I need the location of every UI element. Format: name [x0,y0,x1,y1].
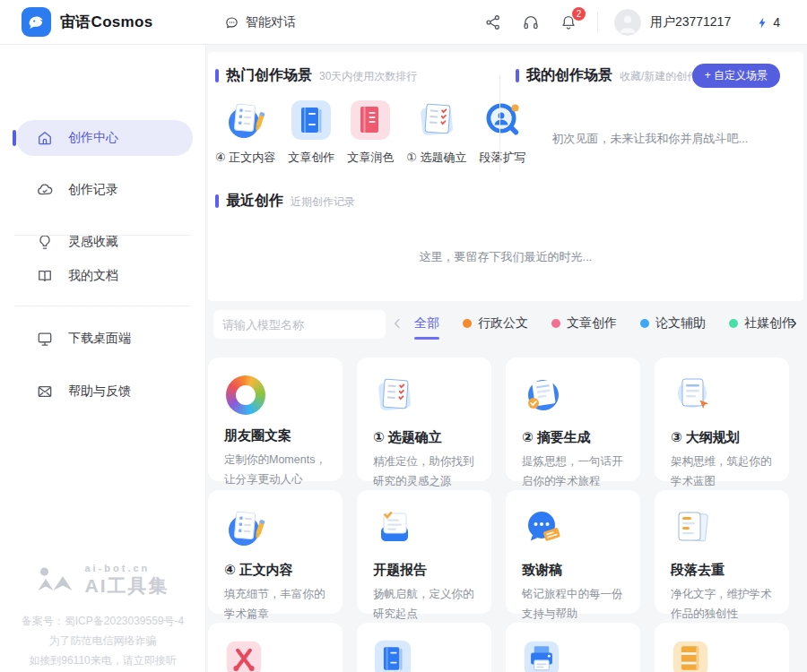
avatar[interactable] [614,9,641,36]
summary-doc-icon [522,374,624,417]
sidebar-item-download-desktop[interactable]: 下载桌面端 [16,321,193,357]
hot-scene-article-polish[interactable]: 文章润色 [347,99,394,166]
sidebar-item-my-documents[interactable]: 我的文档 [16,258,193,294]
card-row [208,623,789,672]
hot-scene-article-writing[interactable]: 文章创作 [288,99,334,166]
model-search [213,310,386,339]
book-orange-icon [671,639,773,672]
bell-icon[interactable]: 2 [560,13,577,31]
card-abstract-generation[interactable]: ② 摘要生成 提炼思想，一句话开启你的学术旅程 [506,358,640,481]
outline-doc-icon [671,374,773,417]
printer-icon [522,639,624,672]
hot-scenes-row: ④ 正文内容 文章创作 文章润色 ① 选题确立 段落扩写 [215,99,526,166]
share-icon[interactable] [484,13,502,31]
checklist-doc-icon [415,99,458,142]
card-outline-planning[interactable]: ③ 大纲规划 架构思维，筑起你的学术蓝图 [655,358,789,481]
watermark-site: ai-bot.cn [85,563,169,573]
icp-record: 备案号：蜀ICP备2023039559号-4 [0,611,205,631]
hot-scenes-title: 热门创作场景 [226,66,312,85]
sidebar-item-label: 我的文档 [68,268,118,284]
search-input[interactable] [222,318,380,332]
scissors-icon [224,639,326,672]
brand-name: 宙语Cosmos [60,12,152,32]
sidebar-item-label: 帮助与反馈 [68,383,131,400]
proposal-board-icon [373,506,475,549]
category-dot [729,319,738,328]
username[interactable]: 用户23771217 [650,14,731,30]
site-watermark: ai-bot.cn AI工具集 备案号：蜀ICP备2023039559号-4 为… [0,563,205,670]
bulb-icon [36,233,54,251]
hot-scene-content[interactable]: ④ 正文内容 [215,99,275,166]
card-proposal-report[interactable]: 开题报告 扬帆启航，定义你的研究起点 [357,490,491,614]
section-marker [215,194,219,208]
card-paragraph-dedup[interactable]: 段落去重 净化文字，维护学术作品的独创性 [655,490,789,614]
book-blue-icon [373,639,475,672]
card-body-content[interactable]: ④ 正文内容 填充细节，丰富你的学术篇章 [208,490,343,614]
ai-bot-logo-icon [37,566,78,595]
mail-icon [36,383,54,401]
tab-admin-docs[interactable]: 行政公文 [463,315,528,332]
brand[interactable]: 宙语Cosmos [0,7,185,37]
card-partial-2[interactable] [357,623,491,672]
card-moments-copy[interactable]: 朋友圈文案 定制你的Moments，让分享更动人心 [208,358,343,481]
hot-scene-topic-selection[interactable]: ① 选题确立 [406,99,466,166]
scenes-panel: 热门创作场景 30天内使用次数排行 ④ 正文内容 文章创作 文章润色 ① 选题确… [208,52,803,301]
sidebar-item-help-feedback[interactable]: 帮助与反馈 [16,374,193,409]
header-divider [597,12,598,33]
recent-subtitle: 近期创作记录 [291,194,355,210]
bolt-icon [756,16,769,30]
section-marker [516,69,519,82]
nav-smart-chat[interactable]: 智能对话 [224,0,296,45]
category-tabs: 全部 行政公文 文章创作 论文辅助 社媒创作 工作提 [414,312,807,335]
card-partial-3[interactable] [506,623,640,672]
my-scenes-title: 我的创作场景 [526,66,612,85]
hot-scenes-subtitle: 30天内使用次数排行 [319,69,417,84]
category-dot [551,319,560,328]
sidebar-item-creation-center[interactable]: 创作中心 [16,120,193,156]
dedup-doc-icon [671,506,773,549]
credits-indicator[interactable]: 4 [756,15,780,30]
anti-fraud-line: 如接到96110来电，请立即接听 [0,650,205,670]
open-book-icon [36,267,54,285]
whale-logo-icon [22,7,51,37]
book-blue-icon [290,99,333,142]
category-dot [640,319,649,328]
sidebar-item-inspiration-favorites[interactable]: 灵感收藏 [16,224,193,260]
chat-bubble-icon [224,15,239,30]
sidebar-item-label: 创作记录 [68,182,118,198]
panel-divider [499,75,500,172]
my-scenes-header: 我的创作场景 收藏/新建的创作场景 [516,66,719,85]
credits-count: 4 [773,15,780,30]
custom-scene-button[interactable]: + 自定义场景 [692,64,780,88]
sidebar-divider [14,235,191,236]
sidebar-divider [14,306,191,306]
card-acknowledgements[interactable]: 致谢稿 铭记旅程中的每一份支持与帮助 [506,490,640,614]
tab-article-writing[interactable]: 文章创作 [551,315,617,332]
card-partial-4[interactable] [655,623,789,672]
tabs-scroll-left[interactable] [389,315,405,332]
card-partial-1[interactable] [208,623,343,672]
sidebar-item-label: 灵感收藏 [68,234,118,250]
clipboard-pencil-icon [224,99,267,142]
anti-fraud-line: 为了防范电信网络诈骗 [0,631,205,650]
hot-scenes-header: 热门创作场景 30天内使用次数排行 [215,66,417,85]
tab-paper-assist[interactable]: 论文辅助 [640,315,706,332]
sidebar: 创作中心 创作记录 灵感收藏 我的文档 下载桌面端 帮助与反馈 ai-bot.c… [0,45,206,672]
header-actions: 2 用户23771217 4 [464,0,780,45]
headset-icon[interactable] [522,13,540,31]
tabs-scroll-right[interactable] [785,315,802,332]
card-topic-selection[interactable]: ① 选题确立 精准定位，助你找到研究的灵感之源 [357,358,491,481]
sidebar-item-creation-records[interactable]: 创作记录 [16,172,193,208]
cloud-record-icon [36,181,54,199]
recent-empty-text: 这里，要留存下我们最近的时光... [208,249,803,265]
watermark-name: AI工具集 [85,573,169,599]
moments-ring-icon [224,375,326,415]
clipboard-pencil-icon [224,506,326,549]
app-header: 宙语Cosmos 智能对话 2 用户23771217 4 [0,0,807,45]
tab-all[interactable]: 全部 [414,315,439,332]
thanks-bubble-icon [522,506,624,549]
sidebar-item-label: 创作中心 [68,130,118,146]
my-scenes-empty-text: 初次见面，未来让我和你并肩战斗吧... [516,131,785,147]
sidebar-item-label: 下载桌面端 [68,331,131,347]
section-marker [215,69,219,82]
